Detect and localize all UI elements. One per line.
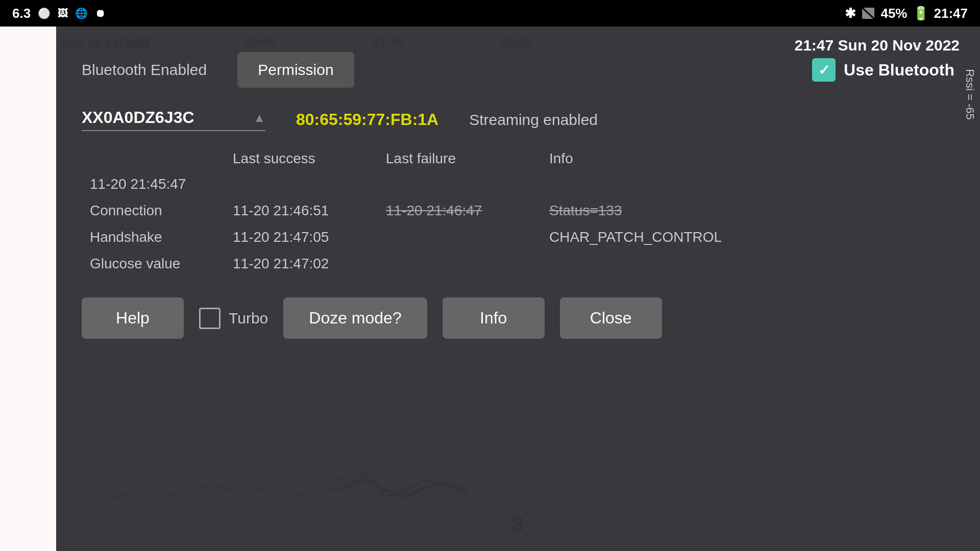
device-id-text: XX0A0DZ6J3C bbox=[82, 108, 194, 127]
table-row: Glucose value 11-20 21:47:02 bbox=[82, 251, 954, 277]
row-label: Glucose value bbox=[82, 251, 225, 277]
row-label: 11-20 21:45:47 bbox=[82, 171, 225, 197]
table-row: Handshake 11-20 21:47:05 CHAR_PATCH_CONT… bbox=[82, 224, 954, 251]
clock: 21:47 bbox=[934, 6, 968, 21]
close-button[interactable]: Close bbox=[560, 297, 662, 339]
bluetooth-row: Bluetooth Enabled Permission ✓ Use Bluet… bbox=[82, 52, 954, 88]
circle-icon: ⚪ bbox=[38, 7, 51, 19]
image-icon: 🖼 bbox=[58, 8, 68, 19]
row-info bbox=[541, 171, 954, 197]
rssi-label: Rssi = -65 bbox=[963, 69, 976, 120]
mac-address: 80:65:59:77:FB:1A bbox=[296, 110, 438, 129]
row-label: Handshake bbox=[82, 224, 225, 251]
turbo-checkbox[interactable] bbox=[199, 308, 220, 329]
streaming-label: Streaming enabled bbox=[469, 111, 598, 129]
bluetooth-enabled-label: Bluetooth Enabled bbox=[82, 61, 207, 79]
row-label: Connection bbox=[82, 197, 225, 224]
use-bluetooth-container: ✓ Use Bluetooth bbox=[812, 58, 954, 82]
row-last-failure bbox=[378, 171, 541, 197]
battery-icon: 🔋 bbox=[913, 6, 929, 21]
turbo-container: Turbo bbox=[199, 308, 268, 329]
status-right: ✱ 45% 🔋 21:47 bbox=[845, 6, 968, 21]
row-last-failure bbox=[378, 251, 541, 277]
col-info-header: Info bbox=[541, 146, 954, 171]
row-last-success: 11-20 21:46:51 bbox=[225, 197, 378, 224]
record-icon: ⏺ bbox=[95, 8, 105, 19]
row-last-success bbox=[225, 171, 378, 197]
row-info: CHAR_PATCH_CONTROL bbox=[541, 224, 954, 251]
status-left: 6.3 ⚪ 🖼 🌐 ⏺ bbox=[12, 6, 105, 21]
device-row: XX0A0DZ6J3C ▲ 80:65:59:77:FB:1A Streamin… bbox=[82, 108, 954, 131]
use-bluetooth-checkbox[interactable]: ✓ bbox=[812, 58, 836, 82]
info-button[interactable]: Info bbox=[443, 297, 545, 339]
row-last-success: 11-20 21:47:02 bbox=[225, 251, 378, 277]
permission-button[interactable]: Permission bbox=[237, 52, 354, 88]
help-button[interactable]: Help bbox=[82, 297, 184, 339]
row-last-failure bbox=[378, 224, 541, 251]
use-bluetooth-label: Use Bluetooth bbox=[844, 61, 954, 80]
row-info: Status=133 bbox=[541, 197, 954, 224]
status-value: 6.3 bbox=[12, 6, 31, 21]
table-row: 11-20 21:45:47 bbox=[82, 171, 954, 197]
row-info bbox=[541, 251, 954, 277]
col-last-failure-header: Last failure bbox=[378, 146, 541, 171]
row-last-success: 11-20 21:47:05 bbox=[225, 224, 378, 251]
turbo-label: Turbo bbox=[229, 310, 268, 327]
doze-mode-button[interactable]: Doze mode? bbox=[283, 297, 427, 339]
globe-icon: 🌐 bbox=[75, 7, 88, 19]
battery-percent: 45% bbox=[880, 6, 907, 21]
col-last-success-header: Last success bbox=[225, 146, 378, 171]
status-bar: 6.3 ⚪ 🖼 🌐 ⏺ ✱ 45% 🔋 21:47 bbox=[0, 0, 980, 27]
table-row: Connection 11-20 21:46:51 11-20 21:46:47… bbox=[82, 197, 954, 224]
signal-icon bbox=[861, 7, 875, 20]
modal-body: Bluetooth Enabled Permission ✓ Use Bluet… bbox=[56, 27, 980, 354]
info-table: Last success Last failure Info 11-20 21:… bbox=[82, 146, 954, 277]
dropdown-arrow-icon: ▲ bbox=[253, 111, 265, 125]
row-last-failure: 11-20 21:46:47 bbox=[378, 197, 541, 224]
col-timestamp-header bbox=[82, 146, 225, 171]
device-id-field[interactable]: XX0A0DZ6J3C ▲ bbox=[82, 108, 265, 131]
bluetooth-icon: ✱ bbox=[845, 6, 856, 21]
modal-overlay: 21:47 Sun 20 Nov 2022 Bluetooth Enabled … bbox=[56, 27, 980, 551]
bottom-buttons: Help Turbo Doze mode? Info Close bbox=[82, 297, 954, 339]
